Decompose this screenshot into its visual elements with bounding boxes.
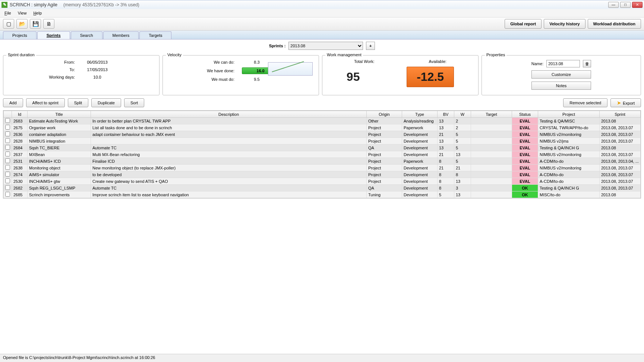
row-checkbox[interactable] (5, 131, 10, 136)
cell-project: Testing & QA/MISC (538, 118, 600, 124)
row-checkbox[interactable] (5, 178, 10, 183)
name-input[interactable] (546, 60, 580, 67)
sprint-selector-bar: Sprints : 2013.08 + (0, 39, 644, 52)
global-report-button[interactable]: Global report (505, 19, 542, 29)
panel-legend: Velocity (166, 53, 183, 57)
menu-file[interactable]: File (1, 10, 14, 16)
cell-id: 2675 (12, 124, 28, 131)
tab-members[interactable]: Members (103, 31, 139, 39)
close-button[interactable]: ✕ (632, 2, 643, 8)
cell-type: Development (402, 138, 438, 145)
cell-status: EVAL (512, 138, 538, 145)
col-status[interactable]: Status (512, 111, 538, 118)
menu-help[interactable]: Help (30, 10, 45, 16)
cell-bv: 8 (438, 171, 454, 178)
table-row[interactable]: 2638Monitoring objectNew monitoring obje… (4, 165, 641, 171)
tab-sprints[interactable]: Sprints (37, 31, 70, 39)
col-target[interactable]: Target (471, 111, 512, 118)
cell-target (471, 165, 512, 171)
row-checkbox[interactable] (5, 192, 10, 197)
save-as-icon[interactable]: 🗎 (43, 19, 54, 29)
table-row[interactable]: 2636container adaptationadapt container … (4, 131, 641, 138)
col-checkbox[interactable] (4, 111, 12, 118)
table-row[interactable]: 2675Organise workList all tasks done and… (4, 124, 641, 131)
velocity-history-button[interactable]: Velocity history (544, 19, 585, 29)
table-row[interactable]: 2628NIMBUS integrationProjectDevelopment… (4, 138, 641, 145)
cell-title: Estimate AutoTesting Work (28, 118, 91, 124)
sort-button[interactable]: Sort (124, 98, 144, 107)
totalwork-value: 95 (347, 70, 360, 84)
new-file-icon[interactable]: ▢ (3, 19, 14, 29)
to-label: To: (8, 67, 82, 72)
row-checkbox[interactable] (5, 125, 10, 130)
table-row[interactable]: 2531INCH/AIMS+ ICDFinalise ICDProjectPap… (4, 158, 641, 165)
split-button[interactable]: Split (68, 98, 88, 107)
delete-icon[interactable]: 🗑 (583, 60, 591, 67)
save-icon[interactable]: 💾 (30, 19, 41, 29)
minimize-button[interactable]: — (608, 2, 619, 8)
table-row[interactable]: 2682Sqsh REG_LSGC_LSMPAutomate TCQADevel… (4, 185, 641, 191)
duplicate-button[interactable]: Duplicate (91, 98, 121, 107)
add-sprint-button[interactable]: + (366, 42, 375, 50)
cell-sprint: 2013.08, 2013.07 (600, 131, 641, 138)
row-checkbox[interactable] (5, 165, 10, 170)
cell-id: 2682 (12, 185, 28, 191)
cell-origin: Project (367, 151, 402, 158)
items-grid: Id Title Description Origin Type BV W Ta… (3, 110, 641, 199)
col-bv[interactable]: BV (438, 111, 454, 118)
row-checkbox[interactable] (5, 138, 10, 143)
table-row[interactable]: 2683Estimate AutoTesting WorkIn order to… (4, 118, 641, 124)
cell-title: NIMBUS integration (28, 138, 91, 145)
table-row[interactable]: 2685Scrinch improvementsImprove scrinch … (4, 191, 641, 198)
row-checkbox[interactable] (5, 152, 10, 156)
col-type[interactable]: Type (402, 111, 438, 118)
titlebar[interactable]: ✎ SCRINCH : simply Agile (memory 4535/12… (0, 0, 644, 9)
col-w[interactable]: W (454, 111, 471, 118)
affect-button[interactable]: Affect to sprint (26, 98, 65, 107)
col-id[interactable]: Id (12, 111, 28, 118)
export-button[interactable]: ➤Export (610, 98, 641, 107)
tab-projects[interactable]: Projects (3, 31, 37, 39)
remove-selected-button[interactable]: Remove selected (563, 98, 607, 107)
sprint-dropdown[interactable]: 2013.08 (288, 42, 363, 50)
cell-sprint: 2013.08, 2013.07 (600, 178, 641, 185)
table-row[interactable]: 2530INCH/AIMS+ gtwCreate new gateway to … (4, 178, 641, 185)
table-row[interactable]: 2684Sqsh TC_BIEREAutomate TCQADevelopmen… (4, 145, 641, 151)
cell-bv: 8 (438, 178, 454, 185)
add-button[interactable]: Add (3, 98, 23, 107)
menu-view[interactable]: View (15, 10, 30, 16)
row-checkbox[interactable] (5, 185, 10, 190)
row-checkbox[interactable] (5, 172, 10, 177)
table-row[interactable]: 2674AIMS+ simulatorto be developedProjec… (4, 171, 641, 178)
cell-origin: Other (367, 118, 402, 124)
col-title[interactable]: Title (28, 111, 91, 118)
cell-w: 5 (454, 158, 471, 165)
cell-title: Scrinch improvements (28, 191, 91, 198)
col-sprint[interactable]: Sprint (600, 111, 641, 118)
row-checkbox[interactable] (5, 118, 10, 123)
col-description[interactable]: Description (91, 111, 367, 118)
cell-sprint: 2013.08, 2013.07 (600, 185, 641, 191)
col-project[interactable]: Project (538, 111, 600, 118)
col-origin[interactable]: Origin (367, 111, 402, 118)
cell-title: AIMS+ simulator (28, 171, 91, 178)
memory-status: (memory 4535/129761Kb -> 3% used) (63, 2, 139, 7)
open-file-icon[interactable]: 📂 (16, 19, 28, 29)
row-checkbox[interactable] (5, 158, 10, 163)
notes-button[interactable]: Notes (531, 82, 591, 90)
tab-targets[interactable]: Targets (139, 31, 171, 39)
table-row[interactable]: 2637MXBeanMulti MX-Bean refactoringProje… (4, 151, 641, 158)
maximize-button[interactable]: □ (620, 2, 631, 8)
row-checkbox[interactable] (5, 145, 10, 150)
cando-value: 8.3 (242, 60, 272, 64)
tab-search[interactable]: Search (71, 31, 102, 39)
customize-button[interactable]: Customize (531, 70, 591, 79)
from-value: 06/05/2013 (82, 60, 112, 64)
cell-bv: 13 (438, 124, 454, 131)
cell-title: Organise work (28, 124, 91, 131)
cell-target (471, 145, 512, 151)
workload-distribution-button[interactable]: Workload distribution (588, 19, 641, 29)
cell-id: 2638 (12, 165, 28, 171)
cell-project: Testing & QA/INCH G (538, 145, 600, 151)
from-label: From: (8, 60, 82, 64)
